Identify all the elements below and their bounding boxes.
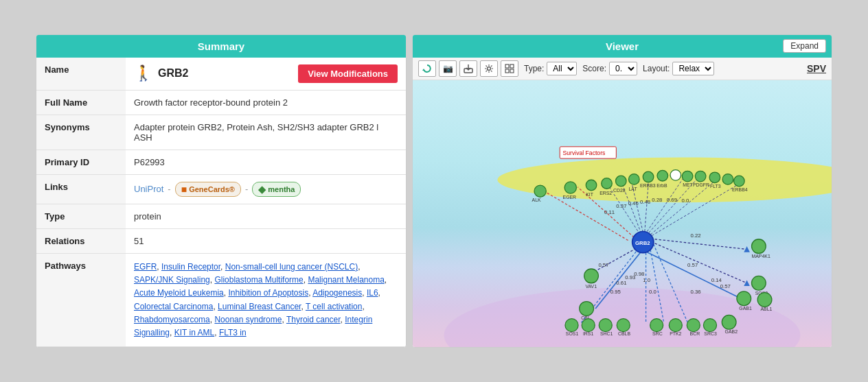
- node-map4k1[interactable]: [752, 239, 766, 254]
- viewer-header: Viewer Expand: [413, 35, 832, 58]
- node-cd28[interactable]: [615, 176, 626, 187]
- export-button[interactable]: [459, 60, 477, 77]
- node-flt3[interactable]: [709, 172, 720, 183]
- expand-button[interactable]: Expand: [783, 39, 826, 53]
- node-ers2[interactable]: [602, 178, 613, 189]
- pathway-link[interactable]: Acute Myeloid Leukemia: [134, 288, 224, 298]
- node-irs1[interactable]: [582, 319, 595, 332]
- relations-label: Relations: [36, 228, 126, 253]
- spv-label[interactable]: SPV: [807, 63, 826, 74]
- node-src3[interactable]: [703, 319, 716, 332]
- pathway-link[interactable]: Noonan syndrome: [214, 315, 282, 324]
- full-name-label: Full Name: [36, 90, 126, 115]
- type-label: Type:: [524, 64, 544, 73]
- label-src: SRC: [652, 331, 663, 336]
- score-cblb: 0.98: [634, 271, 644, 277]
- links-label: Links: [36, 174, 126, 204]
- pathway-link[interactable]: Inhibition of Apoptosis: [228, 288, 308, 298]
- pathway-link[interactable]: EGFR: [134, 262, 157, 272]
- label-irs1: IRS1: [583, 331, 594, 336]
- main-container: Summary Name 🚶 GRB2 View Modifications: [36, 34, 832, 348]
- node-top2[interactable]: [734, 176, 745, 187]
- pathway-link[interactable]: KIT in AML: [174, 328, 214, 337]
- pathway-link[interactable]: Thyroid cancer: [286, 315, 341, 324]
- label-abl1: ABL1: [760, 307, 772, 311]
- score-ptk2-1: 0.0: [649, 289, 656, 295]
- label-gab2: GAB2: [725, 329, 738, 334]
- node-open[interactable]: [670, 170, 681, 181]
- grid-button[interactable]: [501, 60, 518, 77]
- pathway-link[interactable]: T cell activation: [306, 302, 362, 311]
- label-kit: KIT: [586, 192, 594, 197]
- score-label: Score:: [582, 64, 606, 73]
- person-icon: 🚶: [134, 64, 152, 82]
- label-flt3: FLT3: [710, 183, 721, 188]
- link-separator-1: -: [168, 184, 170, 194]
- label-sos1: SOS1: [566, 331, 579, 336]
- score-select[interactable]: 0.: [609, 62, 637, 75]
- node-cblb[interactable]: [617, 319, 630, 332]
- node-met[interactable]: [682, 171, 693, 182]
- node-alk[interactable]: [534, 185, 546, 197]
- node-shc1[interactable]: [599, 319, 612, 332]
- score-irs1: 0.61: [616, 280, 626, 286]
- node-gab1[interactable]: [737, 291, 751, 306]
- node-pdgfr[interactable]: [695, 171, 706, 182]
- genecards-badge[interactable]: ■ GeneCards®: [175, 182, 241, 197]
- label-ers2: ERS2: [599, 191, 612, 195]
- pathways-value-cell: EGFR, Insulin Receptor, Non-small-cell l…: [126, 253, 406, 346]
- score-ers2: 0.11: [604, 209, 615, 215]
- pathway-link[interactable]: Non-small-cell lung cancer (NSCLC): [225, 262, 358, 272]
- pathway-link[interactable]: Adipogenesis: [312, 288, 362, 298]
- label-lat: LAT: [629, 187, 638, 191]
- type-select[interactable]: All: [547, 62, 577, 75]
- node-vav1[interactable]: [584, 269, 599, 283]
- pathway-link[interactable]: FLT3 in: [219, 328, 247, 337]
- node-lat[interactable]: [629, 174, 640, 185]
- arrow-sos2: [744, 280, 750, 286]
- summary-panel: Summary Name 🚶 GRB2 View Modifications: [36, 34, 407, 348]
- node-erbb[interactable]: [657, 170, 668, 181]
- settings-button[interactable]: [480, 60, 498, 77]
- score-gab1: 0.14: [711, 277, 722, 283]
- score-cbl: 0.95: [610, 289, 621, 295]
- refresh-button[interactable]: [418, 60, 436, 77]
- score-erbb3: 0.48: [640, 199, 650, 205]
- layout-select[interactable]: Relax: [672, 62, 714, 75]
- node-erbb3[interactable]: [643, 171, 654, 182]
- primary-id-row: Primary ID P62993: [36, 150, 406, 174]
- pathway-link[interactable]: Glioblastoma Multiforme: [214, 275, 303, 285]
- synonyms-value: Adapter protein GRB2, Protein Ash, SH2/S…: [126, 115, 406, 150]
- name-left: 🚶 GRB2: [134, 64, 188, 82]
- full-name-row: Full Name Growth factor receptor-bound p…: [36, 90, 406, 115]
- label-cblb: CBLB: [618, 331, 630, 336]
- pathway-link[interactable]: Luminal Breast Cancer: [218, 302, 301, 311]
- node-kit[interactable]: [586, 180, 597, 191]
- node-gab2[interactable]: [722, 315, 736, 329]
- camera-button[interactable]: 📷: [439, 60, 457, 77]
- node-abl1[interactable]: [757, 293, 772, 307]
- view-modifications-button[interactable]: View Modifications: [298, 64, 398, 83]
- node-src[interactable]: [650, 319, 663, 332]
- node-sos1[interactable]: [565, 319, 578, 332]
- pathways-label: Pathways: [36, 253, 126, 346]
- gene-name: GRB2: [158, 67, 188, 80]
- node-top1[interactable]: [722, 174, 733, 185]
- node-bcr[interactable]: [687, 319, 700, 332]
- viewer-panel: Viewer Expand 📷: [412, 34, 832, 348]
- mentha-badge[interactable]: ◆ mentha: [252, 182, 301, 197]
- mentha-label: mentha: [268, 185, 295, 193]
- pathway-link[interactable]: IL6: [367, 288, 378, 298]
- pathway-link[interactable]: Colorectal Carcinoma: [134, 302, 213, 311]
- node-cbl[interactable]: [580, 301, 594, 315]
- node-sos2[interactable]: [752, 276, 766, 290]
- uniprot-link[interactable]: UniProt: [134, 184, 163, 194]
- pathway-link[interactable]: SAPK/JNK Signaling: [134, 275, 210, 285]
- node-egfr[interactable]: [564, 182, 576, 193]
- score-bcr: 0.36: [690, 289, 700, 295]
- pathway-link[interactable]: Rhabdomyosarcoma: [134, 315, 210, 324]
- pathway-link[interactable]: Insulin Receptor: [161, 262, 220, 272]
- node-ptk2[interactable]: [669, 319, 682, 332]
- viewer-toolbar: 📷: [413, 58, 832, 80]
- pathway-link[interactable]: Malignant Melanoma: [308, 275, 384, 285]
